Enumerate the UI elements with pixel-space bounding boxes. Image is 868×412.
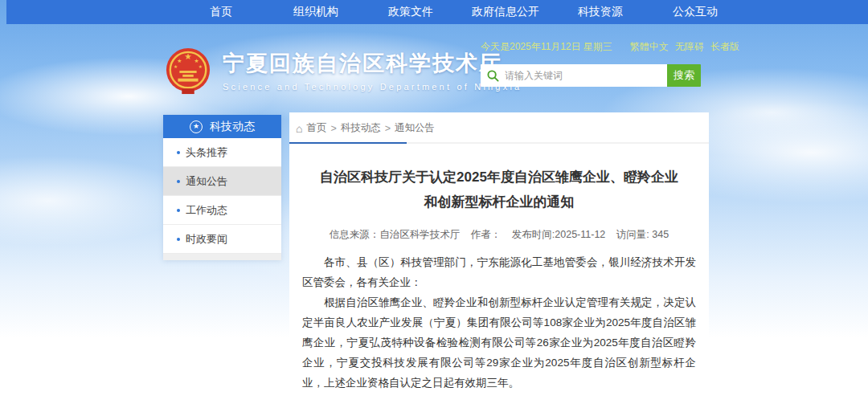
sidebar-header-label: 科技动态 <box>210 120 255 134</box>
search-icon <box>481 70 505 82</box>
article-title: 自治区科技厅关于认定2025年度自治区雏鹰企业、瞪羚企业 和创新型标杆企业的通知 <box>302 165 696 215</box>
nav-item-home[interactable]: 首页 <box>174 5 268 19</box>
sidebar-item-label: 时政要闻 <box>186 232 227 247</box>
search-bar: 搜索 <box>481 64 701 87</box>
search-input[interactable] <box>505 66 667 85</box>
breadcrumb-notices[interactable]: 通知公告 <box>395 121 435 135</box>
current-date: 今天是2025年11月12日 星期三 <box>481 40 612 54</box>
breadcrumb-divider <box>289 142 709 144</box>
bullet-dot-icon <box>177 209 180 212</box>
breadcrumb-tech-news[interactable]: 科技动态 <box>341 121 381 135</box>
sidebar-item-notices[interactable]: 通知公告 <box>163 167 281 196</box>
search-button[interactable]: 搜索 <box>667 64 701 87</box>
sidebar-item-label: 工作动态 <box>186 203 227 218</box>
site-subtitle: Science and Technology Department of Nin… <box>223 82 522 92</box>
svg-text:★: ★ <box>184 52 192 62</box>
svg-text:★: ★ <box>194 58 199 63</box>
article-meta: 信息来源：自治区科学技术厅 作者： 发布时间:2025-11-12 访问量: 3… <box>302 228 696 242</box>
header-meta-row: 今天是2025年11月12日 星期三 繁體中文 无障碍 长者版 <box>481 40 701 54</box>
article-paragraph: 各市、县（区）科技管理部门，宁东能源化工基地管委会，银川经济技术开发区管委会，各… <box>302 252 696 292</box>
svg-text:★: ★ <box>177 58 182 63</box>
main-content-panel: ⌂ 首页 > 科技动态 > 通知公告 自治区科技厅关于认定2025年度自治区雏鹰… <box>289 112 709 412</box>
link-elderly-version[interactable]: 长者版 <box>710 40 739 54</box>
nav-item-gov-info-disclosure[interactable]: 政府信息公开 <box>458 5 553 19</box>
meta-source: 信息来源：自治区科学技术厅 <box>330 229 461 240</box>
site-logo[interactable]: ★ ★ ★ ★ ★ 宁夏回族自治区科学技术厅 Science and Techn… <box>165 47 522 96</box>
nav-item-tech-resources[interactable]: 科技资源 <box>553 5 648 19</box>
svg-text:★: ★ <box>199 64 203 69</box>
nav-item-public-interaction[interactable]: 公众互动 <box>648 5 743 19</box>
header-utilities: 今天是2025年11月12日 星期三 繁體中文 无障碍 长者版 搜索 <box>481 40 701 87</box>
home-icon: ⌂ <box>296 123 302 134</box>
link-accessibility[interactable]: 无障碍 <box>675 40 704 54</box>
meta-publish-date: 发布时间:2025-11-12 <box>512 229 606 240</box>
breadcrumb-divider-accent <box>289 142 407 144</box>
top-navigation: 首页 组织机构 政策文件 政府信息公开 科技资源 公众互动 <box>6 0 868 24</box>
article-paragraph: 根据自治区雏鹰企业、瞪羚企业和创新型标杆企业认定管理有关规定，决定认定半亩良人农… <box>302 292 696 393</box>
bullet-dot-icon <box>177 180 180 183</box>
breadcrumb-separator: > <box>330 123 336 134</box>
meta-visit-count: 访问量: 345 <box>616 229 669 240</box>
article-title-line1: 自治区科技厅关于认定2025年度自治区雏鹰企业、瞪羚企业 <box>302 165 696 190</box>
nav-item-organization[interactable]: 组织机构 <box>268 5 363 19</box>
breadcrumb-separator: > <box>385 123 391 134</box>
sidebar-tech-news: ★ 科技动态 头条推荐 通知公告 工作动态 时政要闻 <box>163 115 281 260</box>
sidebar-item-label: 头条推荐 <box>186 145 227 160</box>
sidebar-item-work-dynamics[interactable]: 工作动态 <box>163 196 281 225</box>
sidebar-item-political-news[interactable]: 时政要闻 <box>163 225 281 254</box>
sidebar-item-label: 通知公告 <box>186 174 227 189</box>
article-body: 各市、县（区）科技管理部门，宁东能源化工基地管委会，银川经济技术开发区管委会，各… <box>302 252 696 393</box>
article-title-line2: 和创新型标杆企业的通知 <box>302 190 696 214</box>
link-traditional-chinese[interactable]: 繁體中文 <box>630 40 669 54</box>
sidebar-item-headline-picks[interactable]: 头条推荐 <box>163 138 281 167</box>
search-box <box>481 64 667 87</box>
svg-text:★: ★ <box>174 64 178 69</box>
bullet-dot-icon <box>177 151 180 154</box>
nav-item-policy-documents[interactable]: 政策文件 <box>363 5 458 19</box>
national-emblem-icon: ★ ★ ★ ★ ★ <box>165 47 211 96</box>
site-header: ★ ★ ★ ★ ★ 宁夏回族自治区科学技术厅 Science and Techn… <box>0 32 868 112</box>
article: 自治区科技厅关于认定2025年度自治区雏鹰企业、瞪羚企业 和创新型标杆企业的通知… <box>289 165 709 412</box>
breadcrumb: ⌂ 首页 > 科技动态 > 通知公告 <box>289 112 709 142</box>
circled-star-icon: ★ <box>190 120 203 133</box>
meta-author: 作者： <box>471 229 502 240</box>
sidebar-header: ★ 科技动态 <box>163 115 281 138</box>
bullet-dot-icon <box>177 238 180 241</box>
site-title: 宁夏回族自治区科学技术厅 <box>223 53 522 75</box>
breadcrumb-home[interactable]: 首页 <box>306 121 326 135</box>
sidebar-footer-strip <box>163 254 281 260</box>
